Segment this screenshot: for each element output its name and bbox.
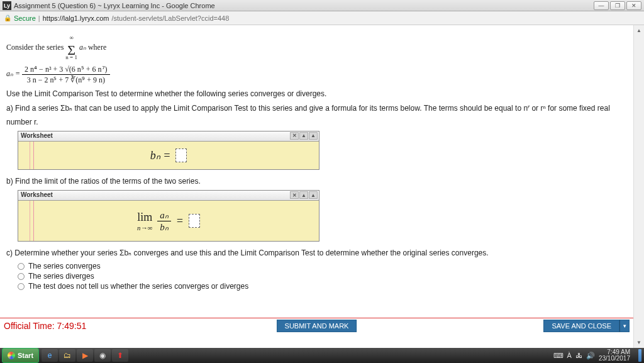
instruction-line: Use the Limit Comparison Test to determi… xyxy=(6,89,627,99)
tray-volume-icon[interactable]: 🔊 xyxy=(586,352,595,360)
worksheet-tool-1-icon[interactable]: ✕ xyxy=(290,191,299,199)
submit-and-mark-button[interactable]: SUBMIT AND MARK xyxy=(277,320,357,332)
page-footer: Official Time: 7:49:51 SUBMIT AND MARK S… xyxy=(0,318,633,333)
worksheet-b-label: Worksheet xyxy=(21,191,53,198)
show-desktop-button[interactable] xyxy=(638,349,641,362)
favicon: Ly xyxy=(3,1,11,10)
lock-icon: 🔒 xyxy=(4,14,11,21)
windows-orb-icon xyxy=(8,352,15,359)
worksheet-tool-1-icon[interactable]: ✕ xyxy=(290,132,299,140)
page-content: Consider the series ∞ Σ n = 1 aₙ where a… xyxy=(0,25,633,348)
secure-label: Secure xyxy=(14,14,36,22)
part-a-text: a) Find a series Σbₙ that can be used to… xyxy=(6,103,627,113)
limit-subscript: n→∞ xyxy=(137,224,152,232)
browser-address-bar[interactable]: 🔒 Secure | https://lalg1.lyryx.com/stude… xyxy=(0,11,644,25)
tray-lang-icon[interactable]: À xyxy=(567,352,572,359)
worksheet-b: Worksheet ✕ ▲ ▲ lim n→∞ xyxy=(18,190,319,242)
sigma-upper: ∞ xyxy=(65,35,77,41)
browser-tab-strip: Ly Assignment 5 (Question 6) ~ Lyryx Lea… xyxy=(0,0,644,11)
option-label-0: The series converges xyxy=(28,262,101,271)
taskbar-app-ie-icon[interactable]: e xyxy=(42,349,58,362)
option-row-0[interactable]: The series converges xyxy=(18,262,627,271)
worksheet-b-body: lim n→∞ aₙ bₙ = xyxy=(18,201,319,241)
worksheet-tool-2-icon[interactable]: ▲ xyxy=(299,132,308,140)
an-denominator: 3 n − 2 n⁵ + 7 ∛(n⁹ + 9 n) xyxy=(22,75,109,85)
window-minimize-button[interactable]: — xyxy=(594,1,609,10)
taskbar-app-media-icon[interactable]: ▶ xyxy=(77,349,93,362)
save-dropdown-caret[interactable]: ▾ xyxy=(619,320,630,332)
part-b-text: b) Find the limit of the ratios of the t… xyxy=(6,176,627,186)
window-maximize-button[interactable]: ❐ xyxy=(610,1,625,10)
clock-date: 23/10/2017 xyxy=(599,355,630,362)
worksheet-b-header: Worksheet ✕ ▲ ▲ xyxy=(18,191,319,201)
vertical-scrollbar[interactable]: ▲ ▼ xyxy=(633,25,644,348)
worksheet-a-expression: bₙ = xyxy=(150,148,171,162)
save-and-close-button[interactable]: SAVE AND CLOSE xyxy=(543,320,619,332)
worksheet-b-input[interactable] xyxy=(189,214,200,228)
scroll-down-icon[interactable]: ▼ xyxy=(634,337,644,348)
tab-title: Assignment 5 (Question 6) ~ Lyryx Learni… xyxy=(14,2,215,9)
limit-label: lim xyxy=(137,211,152,224)
start-button[interactable]: Start xyxy=(2,348,39,363)
worksheet-a-label: Worksheet xyxy=(21,132,53,139)
scroll-up-icon[interactable]: ▲ xyxy=(634,25,644,36)
intro-prefix: Consider the series xyxy=(6,43,65,52)
part-c-text: c) Determine whether your series Σbₙ con… xyxy=(6,248,627,258)
worksheet-tool-3-icon[interactable]: ▲ xyxy=(309,191,318,199)
taskbar-app-chrome-icon[interactable]: ◉ xyxy=(94,349,111,362)
worksheet-tool-2-icon[interactable]: ▲ xyxy=(299,191,308,199)
tray-network-icon[interactable]: 🖧 xyxy=(575,352,582,359)
window-close-button[interactable]: ✕ xyxy=(626,1,641,10)
worksheet-a-header: Worksheet ✕ ▲ ▲ xyxy=(18,131,319,142)
radio-2[interactable] xyxy=(18,283,25,290)
worksheet-tool-3-icon[interactable]: ▲ xyxy=(309,132,318,140)
option-row-2[interactable]: The test does not tell us whether the se… xyxy=(18,282,627,291)
worksheet-a-input[interactable] xyxy=(175,148,187,162)
an-definition: aₙ = 2 n⁴ − n³ + 3 √(6 n⁵ + 6 n⁷) 3 n − … xyxy=(6,64,627,85)
radio-1[interactable] xyxy=(18,273,25,280)
radio-0[interactable] xyxy=(18,263,25,270)
limit-frac-num: aₙ xyxy=(157,209,171,221)
sigma-symbol: Σ xyxy=(67,42,75,58)
start-label: Start xyxy=(18,352,33,359)
taskbar-app-other-icon[interactable]: ⬆ xyxy=(112,349,128,362)
an-numerator: 2 n⁴ − n³ + 3 √(6 n⁵ + 6 n⁷) xyxy=(22,64,109,75)
limit-frac-den: bₙ xyxy=(157,221,171,233)
windows-taskbar: Start e 🗂 ▶ ◉ ⬆ ⌨ À 🖧 🔊 7:49 AM 23/10/20… xyxy=(0,348,644,363)
url-path: /student-servlets/LabServlet?ccid=448 xyxy=(111,14,229,22)
an-lhs: aₙ = xyxy=(6,69,20,78)
system-tray: ⌨ À 🖧 🔊 7:49 AM 23/10/2017 xyxy=(551,349,644,362)
page-viewport: Consider the series ∞ Σ n = 1 aₙ where a… xyxy=(0,25,644,348)
worksheet-a: Worksheet ✕ ▲ ▲ bₙ = xyxy=(18,131,319,170)
taskbar-app-explorer-icon[interactable]: 🗂 xyxy=(59,349,75,362)
option-row-1[interactable]: The series diverges xyxy=(18,272,627,281)
limit-equals: = xyxy=(176,215,184,228)
option-label-1: The series diverges xyxy=(28,272,94,281)
worksheet-a-body: bₙ = xyxy=(18,142,319,169)
intro-suffix: where xyxy=(88,43,106,52)
tray-keyboard-icon[interactable]: ⌨ xyxy=(553,352,564,360)
part-a-text-2: number r. xyxy=(6,117,627,127)
save-and-close-group: SAVE AND CLOSE ▾ xyxy=(543,320,630,332)
option-label-2: The test does not tell us whether the se… xyxy=(28,282,248,291)
intro-line: Consider the series ∞ Σ n = 1 aₙ where xyxy=(6,35,627,60)
official-time: Official Time: 7:49:51 xyxy=(4,321,86,331)
taskbar-clock[interactable]: 7:49 AM 23/10/2017 xyxy=(599,349,633,362)
sigma-term: aₙ xyxy=(79,43,86,52)
url-host: https://lalg1.lyryx.com xyxy=(43,14,109,22)
